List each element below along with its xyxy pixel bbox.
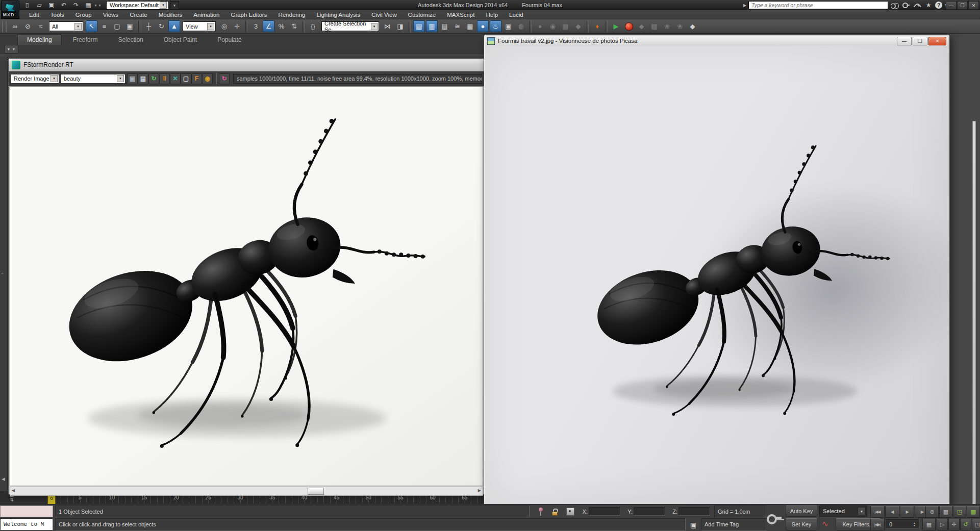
- mirror-icon[interactable]: ⋈: [382, 20, 393, 32]
- left-strip-collapse-icon[interactable]: ◀: [2, 476, 5, 482]
- layer-explorer-icon[interactable]: ▤: [439, 20, 450, 32]
- snaps-toggle-icon[interactable]: 3: [250, 20, 262, 32]
- communication-center-icon[interactable]: [913, 1, 922, 9]
- region-render-icon[interactable]: ▢: [181, 73, 191, 84]
- refcoord-arrow[interactable]: ▼: [207, 23, 214, 30]
- reset-render-icon[interactable]: ↻: [219, 73, 230, 84]
- favorites-star-icon[interactable]: ★: [924, 1, 933, 9]
- menu-item[interactable]: Group: [70, 10, 97, 19]
- new-scene-button[interactable]: ▯: [21, 1, 33, 10]
- zoom-region-icon[interactable]: ▷: [937, 519, 948, 530]
- scene-explorer-toggle-icon[interactable]: ▥: [426, 20, 438, 32]
- frame-buffer-icon[interactable]: F: [191, 73, 202, 84]
- search-input[interactable]: [748, 1, 888, 9]
- y-coord-field[interactable]: [634, 507, 665, 516]
- render-production-icon[interactable]: ▶: [610, 20, 622, 32]
- menu-item[interactable]: Help: [480, 10, 504, 19]
- edit-named-selection-sets-icon[interactable]: {}: [307, 20, 319, 32]
- key-mode-arrow[interactable]: ▼: [858, 507, 866, 515]
- ribbon-tab[interactable]: Object Paint: [155, 35, 206, 45]
- ribbon-tab[interactable]: Modeling: [17, 34, 62, 45]
- save-image-icon[interactable]: ▤: [138, 73, 148, 84]
- unlink-selection-icon[interactable]: ⊘: [22, 20, 34, 32]
- fstorm-channel-dropdown[interactable]: beauty ▼: [61, 74, 125, 84]
- auto-key-button[interactable]: Auto Key: [786, 505, 817, 517]
- spinner-snap-toggle-icon[interactable]: ⇅: [288, 20, 300, 32]
- pan-view-icon[interactable]: ✛: [948, 519, 960, 530]
- rectangular-selection-region-icon[interactable]: ▢: [111, 20, 123, 32]
- rendered-frame-window-icon[interactable]: ▣: [502, 20, 514, 32]
- infocenter-collapse-arrow[interactable]: ▶: [743, 3, 746, 8]
- fit-view-icon[interactable]: ✕: [170, 73, 181, 84]
- named-selection-sets-combo[interactable]: Create Selection Se ▼: [321, 21, 379, 31]
- fstorm-mode-arrow[interactable]: ▼: [51, 75, 58, 82]
- ribbon-tab[interactable]: Populate: [208, 35, 250, 45]
- align-icon[interactable]: ◨: [394, 20, 406, 32]
- ribbon-tab[interactable]: Freeform: [64, 35, 107, 45]
- pause-render-icon[interactable]: ‖: [159, 73, 170, 84]
- fstorm-interactive-render-icon[interactable]: [623, 20, 635, 32]
- ribbon-overflow-button[interactable]: ▼▼: [4, 45, 18, 54]
- fstorm-mode-dropdown[interactable]: Render Image ▼: [11, 74, 59, 84]
- populate-icon[interactable]: ❀: [661, 20, 673, 32]
- zoom-extents-all-icon[interactable]: ▩: [967, 506, 980, 518]
- maxscript-mini-listener-pink[interactable]: [0, 505, 53, 517]
- autodesk-360-icon[interactable]: ◆: [687, 20, 698, 32]
- angle-snap-toggle-icon[interactable]: ∠: [263, 20, 274, 32]
- command-panel-scrollbar[interactable]: [972, 121, 976, 507]
- select-and-manipulate-icon[interactable]: ✛: [231, 20, 243, 32]
- restore-button[interactable]: ❐: [957, 1, 968, 10]
- render-setup-icon[interactable]: ♨: [490, 20, 501, 32]
- frame-spinner[interactable]: ▲▼: [913, 522, 916, 527]
- help-icon[interactable]: ?: [935, 2, 942, 9]
- selection-filter-dropdown[interactable]: All ▼: [49, 21, 83, 31]
- render-in-cloud-icon[interactable]: ◆: [636, 20, 647, 32]
- lighting-analysis-overlay-icon[interactable]: ▩: [560, 20, 571, 32]
- picasa-close-button[interactable]: ×: [928, 37, 946, 45]
- menu-item[interactable]: Graph Editors: [225, 10, 272, 19]
- select-and-scale-icon[interactable]: ▲: [168, 20, 180, 32]
- ribbon-tab[interactable]: Selection: [109, 35, 152, 45]
- zoom-extents-icon[interactable]: ◳: [953, 506, 966, 518]
- menu-item[interactable]: Rendering: [272, 10, 311, 19]
- picasa-photo-view[interactable]: [485, 46, 948, 503]
- previous-frame-button[interactable]: ◀|: [885, 506, 899, 518]
- scroll-left-arrow[interactable]: ◀: [12, 488, 15, 493]
- left-strip-bracket-icon[interactable]: ⌐: [2, 270, 4, 275]
- open-file-button[interactable]: ▱: [34, 1, 45, 10]
- x-coord-field[interactable]: [589, 507, 620, 516]
- workspace-dropdown-arrow[interactable]: ▼: [160, 2, 167, 9]
- toolbar-grip[interactable]: [2, 21, 7, 32]
- picasa-title-bar[interactable]: Fourmis travail v2.jpg - Visionneuse de …: [485, 36, 948, 46]
- selection-lock-toggle[interactable]: ▣: [688, 520, 699, 530]
- fstorm-render-canvas[interactable]: [10, 86, 483, 486]
- select-object-icon[interactable]: ↖: [86, 20, 97, 32]
- key-step-toggle[interactable]: |◀▶|: [870, 519, 885, 530]
- graphite-ribbon-toggle-icon[interactable]: ▤: [413, 20, 425, 32]
- fstorm-horizontal-scrollbar[interactable]: ◀ ▶: [10, 487, 483, 496]
- menu-item[interactable]: Tools: [45, 10, 70, 19]
- select-and-link-icon[interactable]: ∞: [9, 20, 21, 32]
- save-file-button[interactable]: ▣: [46, 1, 57, 10]
- render-iterative-icon[interactable]: ◍: [515, 20, 527, 32]
- material-override-icon[interactable]: ●: [534, 20, 546, 32]
- search-binoculars-icon[interactable]: [890, 1, 899, 9]
- default-tangent-icon[interactable]: [819, 520, 834, 529]
- menu-item[interactable]: Views: [97, 10, 124, 19]
- close-button[interactable]: ✕: [968, 1, 979, 10]
- schematic-view-icon[interactable]: ▦: [464, 20, 476, 32]
- fstorm-channel-arrow[interactable]: ▼: [117, 75, 124, 82]
- selection-sets-arrow[interactable]: ▼: [371, 23, 378, 30]
- add-time-tag[interactable]: Add Time Tag: [701, 518, 767, 530]
- lock-render-icon[interactable]: ◉: [202, 73, 213, 84]
- camera-lock-icon[interactable]: ▣: [127, 73, 138, 84]
- menu-item[interactable]: Edit: [23, 10, 45, 19]
- window-crossing-toggle-icon[interactable]: ▣: [124, 20, 136, 32]
- maximize-viewport-toggle-icon[interactable]: ◳: [972, 519, 980, 530]
- go-to-start-button[interactable]: |◀◀: [870, 506, 885, 518]
- environment-fire-icon[interactable]: ♦: [591, 20, 603, 32]
- maxscript-mini-listener-white[interactable]: Welcome to M: [0, 518, 53, 530]
- project-folder-button[interactable]: ▦: [83, 1, 94, 10]
- picasa-minimize-button[interactable]: —: [897, 37, 912, 45]
- select-by-name-icon[interactable]: ≡: [98, 20, 110, 32]
